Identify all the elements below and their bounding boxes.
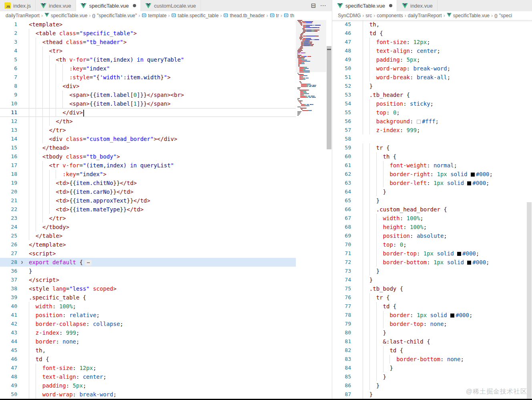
- breadcrumb-item-template[interactable]: template: [142, 13, 167, 19]
- breadcrumb-item-src[interactable]: src: [365, 13, 372, 18]
- code-line-53[interactable]: 53 .tb_header {: [332, 90, 526, 99]
- scrollbar-left[interactable]: [326, 20, 332, 399]
- code-line-54[interactable]: 54 position: sticky;: [332, 99, 526, 108]
- code-line-73[interactable]: 73 }: [332, 267, 526, 275]
- breadcrumb-item-specifictable-vue[interactable]: specificTable.vue: [447, 13, 490, 18]
- code-line-61[interactable]: 61 font-weight: normal;: [332, 161, 526, 170]
- code-line-45[interactable]: 45 th,: [0, 346, 296, 355]
- code-line-6[interactable]: 6 :key="index": [0, 64, 296, 73]
- breadcrumb-item-thead-tb_header[interactable]: thead.tb_header: [223, 13, 265, 19]
- code-line-17[interactable]: 17 <tr v-for="(item,index) in queryList": [0, 161, 296, 170]
- code-line-15[interactable]: 15 </thead>: [0, 143, 296, 152]
- tab-index-vue[interactable]: index.vue: [397, 0, 438, 11]
- editor-right[interactable]: 45 th,46 td {47 font-size: 12px;48 text-…: [332, 20, 532, 399]
- code-line-82[interactable]: 82 td {: [332, 346, 526, 355]
- breadcrumb-item-specifictable-vue[interactable]: specificTable.vue: [44, 13, 87, 18]
- code-line-47[interactable]: 47 font-size: 12px;: [0, 364, 296, 372]
- code-line-47[interactable]: 47 font-size: 12px;: [332, 38, 526, 46]
- code-line-56[interactable]: 56 background: #fff;: [332, 117, 526, 126]
- scrollbar-thumb[interactable]: [527, 202, 532, 399]
- code-line-69[interactable]: 69 position: absolute;: [332, 231, 526, 240]
- code-line-67[interactable]: 67 width: 100%;: [332, 214, 526, 223]
- fold-chevron-icon[interactable]: ❯: [18, 258, 26, 267]
- code-line-72[interactable]: 72 border-bottom: 1px solid #000;: [332, 258, 526, 267]
- color-swatch-black[interactable]: [467, 181, 471, 185]
- code-line-39[interactable]: 39.specific_table {: [0, 293, 296, 302]
- tab-customlocale-vue[interactable]: customLocale.vue: [141, 0, 201, 11]
- code-line-21[interactable]: 21 <td>{{item.approxText}}</td>: [0, 196, 296, 205]
- code-line-27[interactable]: 27<script>: [0, 249, 296, 258]
- breadcrumb-item-speci[interactable]: {}"speci: [494, 13, 512, 18]
- code-line-38[interactable]: 38<style lang="less" scoped>: [0, 284, 296, 293]
- code-line-66[interactable]: 66 .custom_head_border {: [332, 205, 526, 214]
- breadcrumb-item-dailytranreport[interactable]: dailyTranReport: [408, 13, 442, 18]
- code-line-9[interactable]: 9 <span>{{item.label[0]}}</span><br>: [0, 90, 296, 99]
- code-line-51[interactable]: 51 word-break: break-all;: [332, 73, 526, 82]
- code-line-63[interactable]: 63 border-left: 1px solid #000;: [332, 179, 526, 187]
- code-line-42[interactable]: 42 border-collapse: collapse;: [0, 320, 296, 328]
- color-swatch-black[interactable]: [457, 252, 461, 256]
- color-swatch-black[interactable]: [467, 261, 471, 265]
- code-line-16[interactable]: 16 <tbody class="tb_body">: [0, 152, 296, 161]
- code-line-55[interactable]: 55 top: 0;: [332, 108, 526, 117]
- code-line-65[interactable]: 65 }: [332, 196, 526, 205]
- color-swatch-black[interactable]: [471, 173, 475, 177]
- code-line-71[interactable]: 71 border-top: 1px solid #000;: [332, 249, 526, 258]
- code-line-68[interactable]: 68 height: 100%;: [332, 223, 526, 231]
- code-line-64[interactable]: 64 }: [332, 187, 526, 196]
- code-line-83[interactable]: 83 border-bottom: none;: [332, 355, 526, 364]
- scrollbar-thumb[interactable]: [327, 46, 331, 149]
- code-line-2[interactable]: 2 <table class="specific_table">: [0, 29, 296, 38]
- code-line-59[interactable]: 59 tr {: [332, 143, 526, 152]
- color-swatch-white[interactable]: [417, 120, 421, 124]
- breadcrumb-item-specifictable-vue[interactable]: {}"specificTable.vue": [92, 13, 137, 18]
- scrollbar-right[interactable]: [526, 20, 532, 399]
- code-line-25[interactable]: 25 </table>: [0, 231, 296, 240]
- code-line-85[interactable]: 85 }: [332, 372, 526, 381]
- code-line-45[interactable]: 45 th,: [332, 20, 526, 29]
- code-line-10[interactable]: 10 <span>{{item.label[1]}}</span>: [0, 99, 296, 108]
- code-line-50[interactable]: 50 word-wrap: break-word;: [0, 390, 296, 399]
- code-line-43[interactable]: 43 z-index: 999;: [0, 328, 296, 337]
- code-line-5[interactable]: 5 <th v-for="(item,index) in queryTable": [0, 55, 296, 64]
- code-line-13[interactable]: 13 </tr>: [0, 126, 296, 135]
- code-line-84[interactable]: 84 }: [332, 364, 526, 372]
- code-line-37[interactable]: 37</script>: [0, 275, 296, 284]
- breadcrumb-item-th[interactable]: th: [284, 13, 294, 19]
- code-line-77[interactable]: 77 td {: [332, 302, 526, 311]
- more-actions-icon[interactable]: ⋯: [318, 2, 328, 9]
- code-line-49[interactable]: 49 padding: 5px;: [0, 381, 296, 390]
- code-line-74[interactable]: 74 }: [332, 275, 526, 284]
- tab-specifictable-vue[interactable]: specificTable.vue: [76, 0, 141, 11]
- code-line-12[interactable]: 12 </th>: [0, 117, 296, 126]
- code-line-70[interactable]: 70 top: 0;: [332, 240, 526, 249]
- color-swatch-black[interactable]: [450, 314, 454, 318]
- code-line-3[interactable]: 3 <thead class="tb_header">: [0, 38, 296, 46]
- breadcrumb-item-components[interactable]: components: [377, 13, 403, 18]
- code-line-48[interactable]: 48 text-align: center;: [332, 46, 526, 55]
- dirty-indicator[interactable]: [389, 4, 392, 7]
- code-line-79[interactable]: 79 border-top: none;: [332, 320, 526, 328]
- code-line-20[interactable]: 20 <td>{{item.carNo}}</td>: [0, 187, 296, 196]
- code-line-50[interactable]: 50 word-wrap: break-word;: [332, 64, 526, 73]
- code-line-36[interactable]: 36}: [0, 267, 296, 275]
- code-line-4[interactable]: 4 <tr>: [0, 46, 296, 55]
- code-line-19[interactable]: 19 <td>{{item.chitNo}}</td>: [0, 179, 296, 187]
- breadcrumb-item-syncdmg[interactable]: SynCDMG: [338, 13, 361, 18]
- breadcrumb-item-dailytranreport[interactable]: dailyTranReport: [6, 13, 40, 18]
- code-line-57[interactable]: 57 z-index: 999;: [332, 126, 526, 135]
- code-line-75[interactable]: 75 .tb_body {: [332, 284, 526, 293]
- code-line-1[interactable]: 1<template>: [0, 20, 296, 29]
- split-editor-icon[interactable]: ⊟: [309, 2, 318, 9]
- code-line-44[interactable]: 44 border: none;: [0, 337, 296, 346]
- minimap[interactable]: [296, 20, 326, 399]
- code-line-26[interactable]: 26</template>: [0, 240, 296, 249]
- code-line-80[interactable]: 80 }: [332, 328, 526, 337]
- breadcrumb-item-table-specific_table[interactable]: table.specific_table: [171, 13, 219, 19]
- code-line-62[interactable]: 62 border-right: 1px solid #000;: [332, 170, 526, 179]
- code-line-14[interactable]: 14 <div class="custom_head_border"></div…: [0, 135, 296, 143]
- code-line-8[interactable]: 8 <div>: [0, 82, 296, 90]
- breadcrumb-item-tr[interactable]: tr: [270, 13, 279, 19]
- code-line-49[interactable]: 49 padding: 5px;: [332, 55, 526, 64]
- code-line-24[interactable]: 24 </tbody>: [0, 223, 296, 231]
